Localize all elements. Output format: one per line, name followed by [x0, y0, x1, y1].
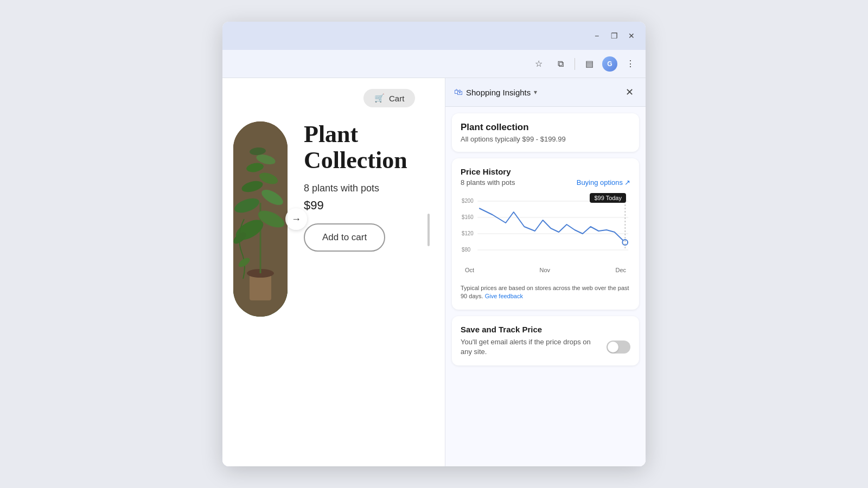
product-info: Plant Collection 8 plants with pots $99 …	[288, 121, 407, 252]
external-link-icon: ↗	[624, 178, 630, 187]
price-history-card: Price History 8 plants with pots Buying …	[452, 158, 639, 310]
product-next-button[interactable]: →	[285, 208, 307, 230]
insights-panel: 🛍 Shopping Insights ▾ ✕ Plant collection…	[445, 78, 646, 466]
price-chart-svg: $200 $160 $120 $80	[461, 193, 630, 264]
cart-label: Cart	[389, 94, 404, 103]
price-history-subtitle-row: 8 plants with pots Buying options ↗	[461, 178, 630, 187]
chart-label-nov: Nov	[540, 267, 551, 273]
buying-options-link[interactable]: Buying options ↗	[577, 178, 630, 187]
today-badge: $99 Today	[590, 193, 626, 203]
save-track-card: Save and Track Price You'll get email al…	[452, 316, 639, 365]
menu-icon[interactable]: ⋮	[622, 55, 639, 73]
restore-button[interactable]: ❐	[609, 30, 620, 41]
product-insight-card: Plant collection All options typically $…	[452, 113, 639, 152]
browser-titlebar: − ❐ ✕	[222, 22, 646, 50]
svg-text:$160: $160	[462, 214, 474, 220]
insight-product-name: Plant collection	[461, 122, 630, 133]
avatar[interactable]: G	[602, 56, 617, 72]
buying-options-label: Buying options	[577, 178, 623, 187]
product-image	[233, 121, 288, 317]
browser-toolbar: ☆ ⧉ ▤ G ⋮	[222, 50, 646, 78]
chart-label-oct: Oct	[465, 267, 474, 273]
minimize-button[interactable]: −	[591, 30, 602, 41]
cart-icon: 🛒	[374, 93, 385, 103]
save-track-description: You'll get email alerts if the price dro…	[461, 337, 600, 357]
chart-note: Typical prices are based on stores acros…	[461, 284, 630, 301]
save-track-row: You'll get email alerts if the price dro…	[461, 337, 630, 357]
browser-window: − ❐ ✕ ☆ ⧉ ▤ G ⋮ 🛒 Cart	[222, 22, 646, 466]
price-track-toggle[interactable]	[607, 341, 630, 354]
svg-text:$80: $80	[462, 247, 471, 253]
svg-text:$200: $200	[462, 198, 474, 204]
insight-price-range: All options typically $99 - $199.99	[461, 135, 630, 143]
sidebar-icon[interactable]: ▤	[580, 55, 598, 73]
close-button[interactable]: ✕	[626, 30, 637, 41]
insights-title-row: 🛍 Shopping Insights ▾	[454, 87, 617, 97]
arrow-right-icon: →	[291, 214, 301, 225]
save-track-title: Save and Track Price	[461, 325, 630, 334]
price-history-header: Price History	[461, 167, 630, 176]
svg-text:$120: $120	[462, 230, 474, 236]
vertical-divider	[427, 214, 430, 246]
cart-button[interactable]: 🛒 Cart	[363, 89, 415, 107]
insights-close-button[interactable]: ✕	[622, 85, 637, 100]
product-price: $99	[304, 198, 407, 213]
insights-header: 🛍 Shopping Insights ▾ ✕	[445, 78, 646, 107]
insights-body: Plant collection All options typically $…	[445, 107, 646, 466]
feedback-link[interactable]: Give feedback	[485, 293, 523, 299]
price-history-title: Price History	[461, 167, 511, 176]
dropdown-icon[interactable]: ▾	[534, 88, 537, 96]
add-to-cart-button[interactable]: Add to cart	[304, 223, 385, 252]
insights-panel-title: Shopping Insights	[466, 88, 531, 97]
product-image-placeholder	[233, 121, 288, 317]
chart-label-dec: Dec	[615, 267, 626, 273]
browser-content: 🛒 Cart	[222, 78, 646, 466]
bookmark-icon[interactable]: ☆	[530, 55, 547, 73]
chart-x-labels: Oct Nov Dec	[461, 267, 630, 273]
page-area: 🛒 Cart	[222, 78, 646, 466]
product-subtitle: 8 plants with pots	[304, 183, 407, 194]
price-chart-container: $99 Today $200 $160 $120 $80	[461, 193, 630, 280]
price-history-subtitle: 8 plants with pots	[461, 178, 515, 187]
toggle-knob	[608, 342, 618, 352]
shopping-bag-icon: 🛍	[454, 87, 463, 97]
extensions-icon[interactable]: ⧉	[552, 55, 569, 73]
product-title: Plant Collection	[304, 121, 407, 174]
toolbar-divider	[575, 58, 575, 70]
